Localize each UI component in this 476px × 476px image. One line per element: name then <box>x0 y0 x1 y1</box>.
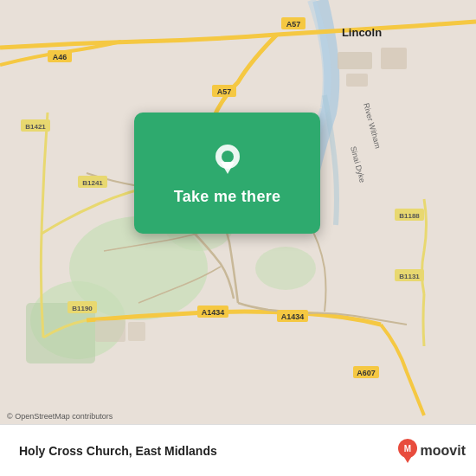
svg-rect-34 <box>95 320 125 342</box>
svg-text:Lincoln: Lincoln <box>342 26 382 39</box>
svg-marker-39 <box>221 162 235 174</box>
svg-text:M: M <box>403 444 410 453</box>
bottom-bar: Holy Cross Church, East Midlands M moovi… <box>0 424 476 476</box>
location-card: Take me there <box>134 113 320 234</box>
svg-rect-31 <box>338 52 372 69</box>
svg-text:A46: A46 <box>53 53 68 61</box>
place-region-text: East Midlands <box>136 444 217 458</box>
svg-text:B1190: B1190 <box>72 305 93 312</box>
svg-rect-32 <box>381 48 407 69</box>
svg-rect-33 <box>346 74 368 87</box>
svg-text:A57: A57 <box>217 87 232 96</box>
place-info: Holy Cross Church, East Midlands <box>19 444 398 458</box>
place-name: Holy Cross Church, East Midlands <box>19 444 217 458</box>
svg-point-38 <box>222 151 234 163</box>
svg-text:A1434: A1434 <box>202 308 225 317</box>
svg-text:A57: A57 <box>286 20 301 29</box>
location-pin-icon <box>209 141 247 179</box>
moovit-text: moovit <box>421 443 466 459</box>
svg-text:B1421: B1421 <box>25 123 46 131</box>
svg-text:A1434: A1434 <box>281 312 305 321</box>
map-container: A57 A57 A46 B1421 B1241 B1190 A1434 A143… <box>0 0 476 424</box>
take-me-there-button[interactable]: Take me there <box>174 188 281 206</box>
svg-text:B1131: B1131 <box>399 273 420 280</box>
moovit-logo: M moovit <box>398 439 466 463</box>
svg-marker-41 <box>402 454 413 463</box>
svg-text:© OpenStreetMap contributors: © OpenStreetMap contributors <box>7 412 113 421</box>
moovit-pin-icon: M <box>398 439 417 463</box>
place-name-text: Holy Cross Church <box>19 444 129 458</box>
svg-point-4 <box>255 247 316 290</box>
svg-text:A607: A607 <box>357 369 376 377</box>
place-separator: , <box>129 444 136 458</box>
svg-text:B1188: B1188 <box>399 212 420 220</box>
svg-rect-35 <box>128 322 145 341</box>
svg-text:B1241: B1241 <box>82 179 103 187</box>
